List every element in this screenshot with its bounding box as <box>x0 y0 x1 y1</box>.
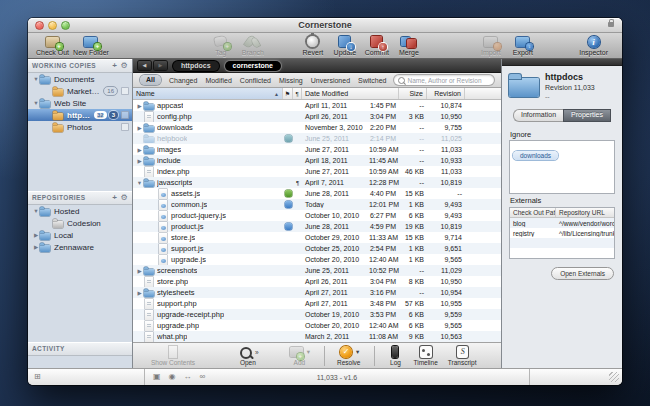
column-header-properties[interactable]: ¶ <box>293 88 302 99</box>
disclosure-triangle-icon[interactable]: ▼ <box>32 208 40 214</box>
visibility-checkbox[interactable] <box>121 87 129 95</box>
back-button[interactable]: ◀ <box>138 61 151 70</box>
file-row[interactable]: upgrade.js October 20, 2010 12:40 AM 1 K… <box>133 254 501 265</box>
search-field[interactable] <box>394 75 494 85</box>
disclosure-triangle-icon[interactable]: ▼ <box>32 76 40 82</box>
action-button[interactable]: Log <box>374 346 403 366</box>
disclosure-triangle-icon[interactable]: ▶ <box>135 290 144 296</box>
externals-row[interactable]: registry ^/lib/Licensing/trunk/p <box>510 228 614 238</box>
toolbar-button[interactable]: Branch <box>239 34 267 57</box>
column-header-name[interactable]: Name ▲ <box>133 88 283 99</box>
visibility-checkbox[interactable] <box>121 123 129 131</box>
sidebar-item[interactable]: httpdocs 32 3 <box>28 109 132 121</box>
working-copies-gear-icon[interactable]: ⚙ <box>120 62 128 70</box>
toolbar-button[interactable]: New Folder <box>73 34 109 57</box>
toolbar-button[interactable]: Commit <box>363 34 391 57</box>
breadcrumb[interactable]: httpdocs <box>173 61 219 71</box>
sidebar-item[interactable]: Codesion <box>28 217 132 229</box>
file-row[interactable]: support.php April 27, 2011 3:48 PM 57 KB… <box>133 298 501 309</box>
disclosure-triangle-icon[interactable]: ▶ <box>32 232 40 238</box>
action-button[interactable]: Show Contents <box>151 346 195 366</box>
inspector-tab[interactable]: Properties <box>563 109 611 122</box>
open-externals-button[interactable]: Open Externals <box>551 267 614 280</box>
disclosure-triangle-icon[interactable]: ▶ <box>135 268 144 274</box>
file-row[interactable]: assets.js June 28, 2011 4:40 PM 15 KB -- <box>133 188 501 199</box>
file-row[interactable]: ▶ screenshots June 25, 2011 10:52 PM -- … <box>133 265 501 276</box>
disclosure-triangle-icon[interactable]: ▶ <box>135 158 144 164</box>
column-header-date[interactable]: Date Modified <box>302 88 399 99</box>
file-row[interactable]: ▶ include April 18, 2011 11:45 AM -- 10,… <box>133 155 501 166</box>
disclosure-triangle-icon[interactable]: ▶ <box>135 103 144 109</box>
file-row[interactable]: what.php March 2, 2011 11:08 AM 9 KB 10,… <box>133 331 501 342</box>
toolbar-button[interactable]: Update <box>331 34 359 57</box>
action-button[interactable]: ▾ Resolve <box>324 346 360 366</box>
filter-tab[interactable]: All <box>140 75 161 85</box>
disclosure-triangle-icon[interactable]: ▼ <box>32 100 40 106</box>
column-header-revision[interactable]: Revision <box>427 88 465 99</box>
file-row[interactable]: ▶ images June 27, 2011 10:59 AM -- 11,03… <box>133 144 501 155</box>
toolbar-button[interactable]: Check Out <box>36 34 69 57</box>
file-row[interactable]: config.php April 26, 2011 3:04 PM 3 KB 1… <box>133 111 501 122</box>
sidebar-item[interactable]: ▶ Zennaware <box>28 241 132 253</box>
file-row[interactable]: upgrade-receipt.php October 19, 2010 3:5… <box>133 309 501 320</box>
file-row[interactable]: ▶ downloads November 3, 2010 2:20 PM -- … <box>133 122 501 133</box>
disclosure-triangle-icon[interactable]: ▼ <box>135 180 144 186</box>
search-input[interactable] <box>407 77 490 84</box>
action-button[interactable]: Timeline <box>413 346 437 366</box>
add-working-copy-button[interactable]: + <box>112 62 117 70</box>
ignore-item[interactable]: downloads <box>513 151 558 160</box>
breadcrumb[interactable]: cornerstone <box>225 61 281 71</box>
file-row[interactable]: store.php April 26, 2011 3:04 PM 8 KB 10… <box>133 276 501 287</box>
file-row[interactable]: helpbook June 25, 2011 2:14 PM -- 11,025 <box>133 133 501 144</box>
resize-grip[interactable] <box>609 372 619 382</box>
toolbar-button[interactable]: Tag <box>207 34 235 57</box>
add-panel-icon[interactable]: ⊞ <box>34 373 41 381</box>
filter-tab[interactable]: Conflicted <box>240 77 271 84</box>
column-header-status[interactable]: ⚑ <box>283 88 293 99</box>
filter-tab[interactable]: Unversioned <box>311 77 350 84</box>
toolbar-button[interactable]: Import <box>477 34 505 57</box>
column-header-size[interactable]: Size <box>399 88 427 99</box>
file-row[interactable]: ▶ stylesheets April 27, 2011 3:16 PM -- … <box>133 287 501 298</box>
inspector-tab[interactable]: Information <box>513 109 563 122</box>
badge-toggle-icon[interactable]: ▣ <box>153 373 161 381</box>
externals-row[interactable]: blog ^/www/vendor/wordpre <box>510 218 614 228</box>
action-button[interactable]: Transcript <box>448 346 477 366</box>
file-row[interactable]: product.js June 28, 2011 4:59 PM 19 KB 1… <box>133 221 501 232</box>
add-repository-button[interactable]: + <box>112 194 117 202</box>
link-icon[interactable]: ∞ <box>200 373 206 381</box>
file-row[interactable]: common.js Today 12:01 PM 1 KB 9,493 <box>133 199 501 210</box>
externals-column-url[interactable]: Repository URL <box>556 208 614 217</box>
file-row[interactable]: index.php June 27, 2011 10:59 AM 46 KB 1… <box>133 166 501 177</box>
filter-tab[interactable]: Modified <box>205 77 231 84</box>
file-row[interactable]: ▶ appcast April 11, 2011 1:45 PM -- 10,8… <box>133 100 501 111</box>
action-button[interactable]: » Open <box>237 346 259 366</box>
eye-icon[interactable]: ◉ <box>169 373 176 381</box>
sidebar-item[interactable]: Market Research 16 <box>28 85 132 97</box>
file-row[interactable]: support.js October 25, 2010 2:54 PM 1 KB… <box>133 243 501 254</box>
file-row[interactable]: ▼ javascripts ¶ April 7, 2011 12:28 PM -… <box>133 177 501 188</box>
file-row[interactable]: store.js October 29, 2010 11:33 AM 15 KB… <box>133 232 501 243</box>
toolbar-button[interactable]: Revert <box>299 34 327 57</box>
compare-icon[interactable]: ↔ <box>184 373 192 381</box>
visibility-checkbox[interactable] <box>121 111 129 119</box>
filter-tab[interactable]: Missing <box>279 77 303 84</box>
externals-column-path[interactable]: Check Out Path <box>510 208 556 217</box>
disclosure-triangle-icon[interactable]: ▶ <box>32 244 40 250</box>
disclosure-triangle-icon[interactable]: ▶ <box>135 147 144 153</box>
toolbar-button[interactable]: Inspector <box>579 34 608 57</box>
file-row[interactable]: upgrade.php October 20, 2010 12:40 AM 6 … <box>133 320 501 331</box>
toolbar-button[interactable]: Export <box>509 34 537 57</box>
disclosure-triangle-icon[interactable]: ▶ <box>135 125 144 131</box>
action-button[interactable]: ▾ Add <box>289 346 310 366</box>
sidebar-item[interactable]: Photos <box>28 121 132 133</box>
sidebar-item[interactable]: ▼ Hosted <box>28 205 132 217</box>
file-row[interactable]: product-jquery.js October 10, 2010 6:27 … <box>133 210 501 221</box>
repositories-gear-icon[interactable]: ⚙ <box>120 194 128 202</box>
forward-button[interactable]: ▶ <box>154 61 167 70</box>
filter-tab[interactable]: Switched <box>358 77 386 84</box>
sidebar-item[interactable]: ▶ Local <box>28 229 132 241</box>
sidebar-item[interactable]: ▼ Web Site <box>28 97 132 109</box>
sidebar-item[interactable]: ▼ Documents <box>28 73 132 85</box>
toolbar-button[interactable]: Merge <box>395 34 423 57</box>
